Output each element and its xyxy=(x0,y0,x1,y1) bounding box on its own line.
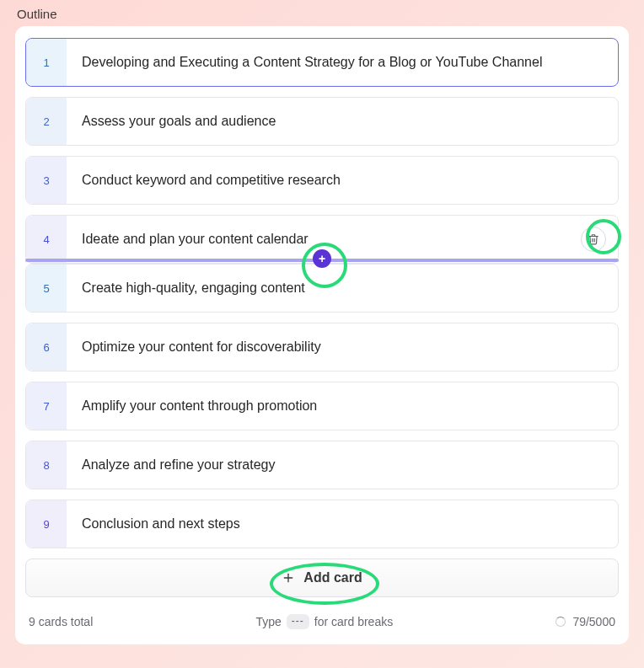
card-6[interactable]: 6 Optimize your content for discoverabil… xyxy=(25,323,619,371)
plus-icon: + xyxy=(319,252,325,265)
counter-text: 79/5000 xyxy=(572,615,615,628)
card-text[interactable]: Ideate and plan your content calendar xyxy=(67,230,581,248)
outline-container: 1 Developing and Executing a Content Str… xyxy=(15,26,629,644)
card-number: 4 xyxy=(26,216,67,263)
delete-card-button[interactable] xyxy=(581,227,606,252)
card-text[interactable]: Conduct keyword and competitive research xyxy=(67,171,618,190)
spinner-icon xyxy=(555,617,566,627)
card-list-lower: 5 Create high-quality, engaging content … xyxy=(15,264,629,548)
card-text[interactable]: Developing and Executing a Content Strat… xyxy=(67,53,618,72)
card-9[interactable]: 9 Conclusion and next steps xyxy=(25,500,619,548)
card-8[interactable]: 8 Analyze and refine your strategy xyxy=(25,441,619,489)
footer: 9 cards total Type --- for card breaks 7… xyxy=(15,597,629,629)
insert-card-button[interactable]: + xyxy=(313,249,331,268)
card-list: 1 Developing and Executing a Content Str… xyxy=(15,38,629,264)
card-number: 5 xyxy=(26,265,67,312)
card-7[interactable]: 7 Amplify your content through promotion xyxy=(25,382,619,430)
card-5[interactable]: 5 Create high-quality, engaging content xyxy=(25,264,619,313)
card-number: 2 xyxy=(26,98,67,145)
card-number: 1 xyxy=(26,39,67,86)
card-text[interactable]: Create high-quality, engaging content xyxy=(67,279,618,297)
hint-key: --- xyxy=(287,614,309,629)
card-number: 7 xyxy=(26,382,67,430)
cards-total-label: 9 cards total xyxy=(29,615,93,628)
card-number: 8 xyxy=(26,441,67,489)
trash-icon xyxy=(588,233,599,245)
card-number: 9 xyxy=(26,500,67,548)
hint-prefix: Type xyxy=(255,615,281,628)
card-text[interactable]: Conclusion and next steps xyxy=(67,515,618,533)
add-card-button[interactable]: Add card xyxy=(25,558,619,597)
plus-icon xyxy=(282,571,295,585)
card-3[interactable]: 3 Conduct keyword and competitive resear… xyxy=(25,156,619,205)
char-counter: 79/5000 xyxy=(555,615,615,628)
add-card-label: Add card xyxy=(303,570,362,585)
card-1[interactable]: 1 Developing and Executing a Content Str… xyxy=(25,38,619,87)
card-text[interactable]: Assess your goals and audience xyxy=(67,112,618,131)
card-text[interactable]: Analyze and refine your strategy xyxy=(67,456,618,474)
page-title: Outline xyxy=(0,0,644,26)
card-number: 6 xyxy=(26,323,67,371)
card-number: 3 xyxy=(26,157,67,204)
card-break-hint: Type --- for card breaks xyxy=(255,614,393,629)
hint-suffix: for card breaks xyxy=(314,615,393,628)
card-text[interactable]: Optimize your content for discoverabilit… xyxy=(67,338,618,356)
card-text[interactable]: Amplify your content through promotion xyxy=(67,397,618,415)
card-2[interactable]: 2 Assess your goals and audience xyxy=(25,97,619,146)
